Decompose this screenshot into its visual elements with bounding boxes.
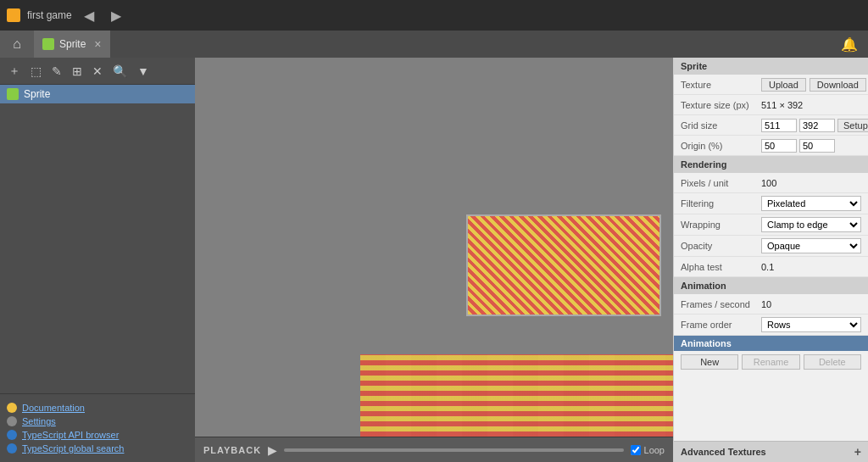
texture-size-row: Texture size (px) 511 × 392: [674, 95, 868, 115]
file-icon: [7, 88, 19, 100]
ts-api-icon: [7, 430, 17, 440]
origin-row: Origin (%): [674, 136, 868, 156]
animations-label: Animations: [681, 338, 732, 348]
home-button[interactable]: ⌂: [0, 31, 34, 58]
search-button[interactable]: 🔍: [109, 63, 131, 80]
frame-order-label: Frame order: [681, 320, 761, 330]
list-item[interactable]: Sprite: [0, 85, 195, 103]
forward-button[interactable]: ▶: [106, 8, 126, 24]
documentation-label: Documentation: [22, 403, 85, 413]
canvas-view[interactable]: [195, 58, 673, 437]
frame-order-select[interactable]: Rows Columns: [761, 317, 861, 332]
upload-button[interactable]: Upload: [761, 78, 806, 92]
grid-width-input[interactable]: [761, 119, 797, 132]
ts-global-icon: [7, 443, 17, 454]
filtering-row: Filtering Pixelated Linear: [674, 193, 868, 214]
frame-order-row: Frame order Rows Columns: [674, 314, 868, 336]
notifications-bell[interactable]: 🔔: [831, 36, 868, 53]
tab-icon: [42, 38, 54, 50]
wrapping-row: Wrapping Clamp to edge Repeat: [674, 214, 868, 236]
loop-label: Loop: [644, 445, 665, 455]
sprite-bottom: [360, 354, 673, 437]
titlebar: first game ◀ ▶: [0, 0, 868, 31]
texture-row: Texture Upload Download: [674, 75, 868, 95]
add-button[interactable]: ＋: [5, 62, 24, 81]
settings-icon: [7, 416, 17, 426]
texture-size-label: Texture size (px): [681, 100, 761, 110]
origin-y-input[interactable]: [799, 139, 835, 153]
play-button[interactable]: ▶: [268, 443, 277, 457]
sprite-sheet-bottom: [360, 354, 673, 437]
pixels-unit-row: Pixels / unit 100: [674, 173, 868, 193]
loop-control: Loop: [631, 445, 665, 455]
alpha-test-value: 0.1: [761, 262, 861, 272]
frames-second-row: Frames / second 10: [674, 294, 868, 314]
ts-api-link[interactable]: TypeScript API browser: [7, 428, 188, 442]
download-button[interactable]: Download: [810, 78, 866, 92]
setup-button[interactable]: Setup: [837, 119, 868, 132]
ts-global-label: TypeScript global search: [22, 443, 124, 454]
advanced-textures-footer: Advanced Textures +: [674, 441, 868, 462]
opacity-row: Opacity Opaque Transparent: [674, 236, 868, 257]
filtering-select[interactable]: Pixelated Linear: [761, 196, 861, 211]
sprite-section-header: Sprite: [674, 58, 868, 75]
sprite-preview-top: [466, 214, 661, 316]
back-button[interactable]: ◀: [79, 8, 99, 24]
tab-label: Sprite: [59, 38, 86, 50]
settings-link[interactable]: Settings: [7, 415, 188, 428]
rename-animation-button[interactable]: Rename: [742, 354, 799, 370]
tabbar: ⌂ Sprite × 🔔: [0, 31, 868, 58]
origin-x-input[interactable]: [761, 139, 797, 153]
loop-checkbox[interactable]: [631, 445, 641, 455]
delete-animation-button[interactable]: Delete: [804, 354, 861, 370]
right-panel: Sprite Texture Upload Download Texture s…: [673, 58, 868, 462]
animation-actions: New Rename Delete: [674, 351, 868, 373]
ts-global-link[interactable]: TypeScript global search: [7, 442, 188, 455]
new-animation-button[interactable]: New: [681, 354, 738, 370]
grid-height-input[interactable]: [799, 119, 835, 132]
rename-button[interactable]: ✎: [48, 63, 65, 80]
grid-size-label: Grid size: [681, 120, 761, 131]
app-icon: [7, 8, 20, 22]
advanced-textures-label: Advanced Textures: [681, 447, 766, 457]
pixels-unit-value: 100: [761, 178, 861, 188]
tab-close-button[interactable]: ×: [94, 37, 101, 51]
delete-button[interactable]: ✕: [89, 63, 106, 80]
documentation-icon: [7, 403, 17, 413]
new-file-button[interactable]: ⬚: [27, 63, 45, 80]
main-layout: ＋ ⬚ ✎ ⊞ ✕ 🔍 ▼ Sprite Documentation Setti…: [0, 58, 868, 462]
alpha-test-row: Alpha test 0.1: [674, 257, 868, 277]
app-title: first game: [27, 9, 72, 21]
playback-label: PLAYBACK: [203, 445, 261, 455]
playback-bar: PLAYBACK ▶ Loop: [195, 437, 673, 462]
filter-button[interactable]: ▼: [134, 63, 153, 80]
sidebar-toolbar: ＋ ⬚ ✎ ⊞ ✕ 🔍 ▼: [0, 58, 195, 85]
opacity-label: Opacity: [681, 241, 761, 251]
sprite-sheet-top: [468, 216, 659, 314]
opacity-select[interactable]: Opaque Transparent: [761, 238, 861, 253]
sidebar-footer: Documentation Settings TypeScript API br…: [0, 393, 195, 462]
alpha-test-label: Alpha test: [681, 262, 761, 272]
wrapping-select[interactable]: Clamp to edge Repeat: [761, 217, 861, 232]
filtering-label: Filtering: [681, 198, 761, 209]
duplicate-button[interactable]: ⊞: [69, 63, 86, 80]
pixels-unit-label: Pixels / unit: [681, 178, 761, 188]
ts-api-label: TypeScript API browser: [22, 430, 119, 440]
sprite-tab[interactable]: Sprite ×: [34, 31, 110, 58]
animation-section-header: Animation: [674, 277, 868, 294]
frames-second-label: Frames / second: [681, 299, 761, 309]
progress-bar[interactable]: [284, 448, 623, 452]
sidebar: ＋ ⬚ ✎ ⊞ ✕ 🔍 ▼ Sprite Documentation Setti…: [0, 58, 195, 462]
settings-label: Settings: [22, 416, 56, 426]
animations-bar: Animations: [674, 336, 868, 351]
canvas-area: PLAYBACK ▶ Loop: [195, 58, 673, 462]
file-list: Sprite: [0, 85, 195, 393]
grid-size-row: Grid size Setup: [674, 115, 868, 136]
file-label: Sprite: [24, 88, 50, 100]
texture-label: Texture: [681, 80, 761, 90]
origin-label: Origin (%): [681, 141, 761, 151]
advanced-textures-plus-button[interactable]: +: [854, 445, 861, 459]
documentation-link[interactable]: Documentation: [7, 401, 188, 415]
wrapping-label: Wrapping: [681, 220, 761, 230]
texture-size-value: 511 × 392: [761, 100, 861, 110]
